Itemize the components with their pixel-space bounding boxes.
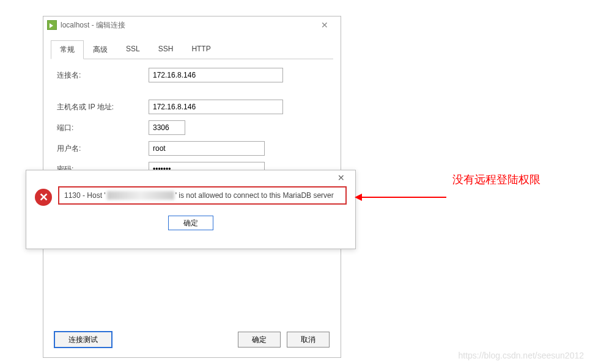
watermark: https://blog.csdn.net/seesun2012 — [459, 351, 584, 360]
username-label: 用户名: — [57, 144, 149, 154]
button-bar: 连接测试 确定 取消 — [54, 332, 330, 348]
error-text-before: 1130 - Host ' — [64, 191, 106, 200]
close-icon[interactable]: ✕ — [312, 20, 337, 30]
test-connection-button[interactable]: 连接测试 — [54, 332, 112, 348]
port-label: 端口: — [57, 123, 149, 133]
error-ok-button[interactable]: 确定 — [168, 216, 213, 230]
connection-name-input[interactable] — [149, 68, 283, 82]
annotation-text: 没有远程登陆权限 — [452, 172, 540, 187]
error-dialog: ✕ ✕ 1130 - Host ' ' is not allowed to co… — [26, 170, 356, 249]
connection-name-label: 连接名: — [57, 70, 149, 81]
spacer — [118, 332, 232, 348]
tab-advanced[interactable]: 高级 — [84, 40, 117, 59]
tab-ssl[interactable]: SSL — [117, 40, 149, 59]
cancel-button[interactable]: 取消 — [287, 332, 330, 348]
error-icon: ✕ — [35, 189, 52, 206]
close-icon[interactable]: ✕ — [332, 173, 350, 183]
username-input[interactable] — [149, 141, 265, 156]
port-input[interactable] — [149, 120, 185, 135]
redacted-host — [107, 191, 174, 200]
annotation-arrow — [361, 197, 446, 198]
tab-http[interactable]: HTTP — [182, 40, 219, 59]
tab-general[interactable]: 常规 — [51, 40, 84, 59]
error-body: ✕ 1130 - Host ' ' is not allowed to conn… — [26, 185, 355, 206]
app-icon — [47, 20, 57, 30]
ok-button[interactable]: 确定 — [238, 332, 281, 348]
tab-ssh[interactable]: SSH — [149, 40, 183, 59]
window-title: localhost - 编辑连接 — [61, 20, 312, 31]
tab-bar: 常规 高级 SSL SSH HTTP — [51, 40, 333, 59]
error-message-box: 1130 - Host ' ' is not allowed to connec… — [58, 186, 347, 205]
error-button-row: 确定 — [26, 216, 355, 230]
error-titlebar: ✕ — [26, 170, 355, 185]
host-input[interactable] — [149, 100, 283, 114]
error-text-after: ' is not allowed to connect to this Mari… — [175, 191, 334, 200]
titlebar: localhost - 编辑连接 ✕ — [43, 16, 341, 34]
host-label: 主机名或 IP 地址: — [57, 102, 149, 112]
